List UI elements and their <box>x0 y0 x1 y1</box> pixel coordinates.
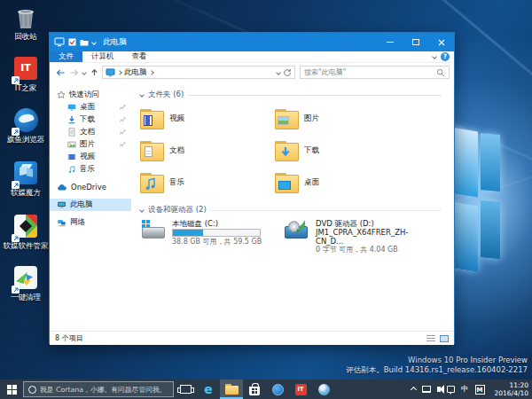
desktop-icon-recycle-bin[interactable]: 回收站 <box>2 5 50 41</box>
help-icon[interactable]: ? <box>441 52 450 61</box>
it-home-taskbar-button[interactable]: IT <box>289 379 312 399</box>
sidebar-item-quick-access[interactable]: 快速访问 <box>50 89 131 101</box>
desktop: 回收站 IT IT之家 旗鱼浏览器 软媒魔方 软媒软件管家 <box>0 0 532 399</box>
sidebar-item-this-pc[interactable]: 此电脑 <box>50 199 131 211</box>
folder-item-documents[interactable]: 文档 <box>140 135 275 167</box>
group-header-folders[interactable]: 文件夹 (6) <box>140 89 442 101</box>
breadcrumb-location[interactable]: 此电脑 <box>124 67 147 78</box>
forward-button[interactable] <box>68 66 81 79</box>
drive-item-c[interactable]: 本地磁盘 (C:) 38.8 GB 可用，共 59.5 GB <box>140 219 273 254</box>
back-button[interactable] <box>54 66 66 79</box>
store-button[interactable] <box>243 379 266 399</box>
sidebar-item-videos[interactable]: 视频 <box>50 151 131 163</box>
shortcut-arrow-icon <box>12 128 20 136</box>
qat-properties-button[interactable] <box>68 38 76 46</box>
sidebar-item-network[interactable]: 网络 <box>50 216 131 229</box>
file-explorer-button[interactable] <box>220 379 243 399</box>
drive-detail: 38.8 GB 可用，共 59.5 GB <box>172 238 262 246</box>
ime-badge[interactable]: M <box>475 385 485 395</box>
refresh-icon[interactable] <box>283 68 292 77</box>
group-header-devices[interactable]: 设备和驱动器 (2) <box>140 204 442 216</box>
onedrive-cloud-icon <box>57 184 67 192</box>
desktop-icon-label: 旗鱼浏览器 <box>2 135 50 144</box>
dvd-drive-icon <box>284 219 310 242</box>
sidebar-item-onedrive[interactable]: OneDrive <box>50 181 131 193</box>
clock-time: 11:20 <box>495 381 528 389</box>
sidebar-item-downloads[interactable]: 下载 <box>50 113 131 126</box>
task-view-icon <box>180 385 192 394</box>
pictures-icon <box>67 140 76 149</box>
minimize-button[interactable] <box>377 33 403 51</box>
store-icon <box>249 387 260 395</box>
folder-item-downloads[interactable]: 下载 <box>275 135 410 167</box>
task-view-button[interactable] <box>174 379 197 399</box>
drive-detail: 0 字节 可用，共 4.04 GB <box>316 246 426 254</box>
volume-icon[interactable] <box>437 387 441 392</box>
breadcrumb-chevron[interactable] <box>149 70 154 75</box>
mofang-icon <box>12 161 39 188</box>
details-view-button[interactable] <box>426 335 435 342</box>
sidebar-item-pictures[interactable]: 图片 <box>50 138 131 151</box>
tab-view[interactable]: 查看 <box>123 51 156 62</box>
user-center-icon <box>272 384 284 395</box>
desktop-icon-cleanup[interactable]: 一键清理 <box>2 264 50 301</box>
action-center-icon[interactable] <box>447 386 455 393</box>
sidebar-item-music[interactable]: 音乐 <box>50 163 131 176</box>
title-bar[interactable]: 此电脑 <box>50 33 454 51</box>
documents-icon <box>67 128 76 137</box>
music-icon <box>67 165 76 174</box>
folder-item-pictures[interactable]: 图片 <box>275 103 410 135</box>
insider-watermark: Windows 10 Pro Insider Preview 评估副本。Buil… <box>346 356 528 375</box>
ribbon-collapse-icon[interactable] <box>432 54 437 59</box>
maximize-button[interactable] <box>403 33 428 51</box>
breadcrumb-chevron <box>117 70 122 75</box>
desktop-icon-software-manager[interactable]: 软媒软件管家 <box>2 213 50 250</box>
pin-icon <box>120 129 126 135</box>
edge-button[interactable]: e <box>197 379 220 399</box>
collapse-chevron-icon[interactable] <box>139 92 145 98</box>
recent-locations-icon[interactable] <box>82 70 87 75</box>
network-tray-icon[interactable] <box>422 386 431 393</box>
it-home-icon: IT <box>12 57 39 83</box>
file-explorer-window: 此电脑 文件 计算机 查看 ? 此电脑 <box>49 32 455 344</box>
desktop-icon-label: 一键清理 <box>2 293 50 301</box>
address-box[interactable]: 此电脑 <box>102 66 295 79</box>
ime-mode-indicator[interactable]: 中 <box>461 384 469 395</box>
qat-dropdown-icon[interactable] <box>91 40 97 45</box>
up-button[interactable] <box>88 66 100 79</box>
sidebar-item-documents[interactable]: 文档 <box>50 126 131 138</box>
music-folder-icon <box>140 173 164 193</box>
taskbar: 我是 Cortana，小娜。有问题尽管问我。 e IT 中 M 11:20 20… <box>0 379 532 399</box>
folder-item-videos[interactable]: 视频 <box>140 103 275 135</box>
search-input[interactable]: 搜索"此电脑" <box>300 66 450 79</box>
shortcut-arrow-icon <box>12 181 20 189</box>
drive-item-dvd[interactable]: DVD 驱动器 (D:) JM1_CPRA_X64FRER_ZH-CN_D...… <box>284 219 426 254</box>
folder-item-desktop[interactable]: 桌面 <box>275 167 410 199</box>
taskbar-clock[interactable]: 11:20 2016/4/10 <box>491 381 528 397</box>
desktop-icon-sailfish-browser[interactable]: 旗鱼浏览器 <box>2 107 50 144</box>
tray-overflow-icon[interactable] <box>411 386 417 392</box>
capacity-bar <box>172 229 261 237</box>
start-button[interactable] <box>0 379 23 399</box>
dvd-arrow-icon <box>294 219 308 233</box>
file-explorer-icon <box>225 384 239 395</box>
qat-new-folder-button[interactable] <box>80 38 89 46</box>
sidebar-item-desktop[interactable]: 桌面 <box>50 101 131 113</box>
collapse-chevron-icon[interactable] <box>139 207 145 213</box>
user-center-button[interactable] <box>266 379 289 399</box>
cortana-search-box[interactable]: 我是 Cortana，小娜。有问题尽管问我。 <box>23 381 174 397</box>
desktop-icon-mofang[interactable]: 软媒魔方 <box>2 160 50 197</box>
desktop-icon-it-home[interactable]: IT IT之家 <box>2 55 50 92</box>
this-pc-icon <box>54 37 65 47</box>
pictures-folder-icon <box>275 109 299 129</box>
close-button[interactable] <box>428 33 454 51</box>
address-dropdown-icon[interactable] <box>276 70 281 75</box>
folder-item-music[interactable]: 音乐 <box>140 167 275 199</box>
tab-computer[interactable]: 计算机 <box>82 51 123 62</box>
tab-file[interactable]: 文件 <box>50 51 82 62</box>
large-icons-view-button[interactable] <box>440 335 449 342</box>
it-home-icon: IT <box>295 384 307 395</box>
browser-button[interactable] <box>312 379 335 399</box>
desktop-icon-label: 软媒软件管家 <box>2 241 50 250</box>
drive-volume: JM1_CPRA_X64FRER_ZH-CN_D... <box>316 228 426 246</box>
